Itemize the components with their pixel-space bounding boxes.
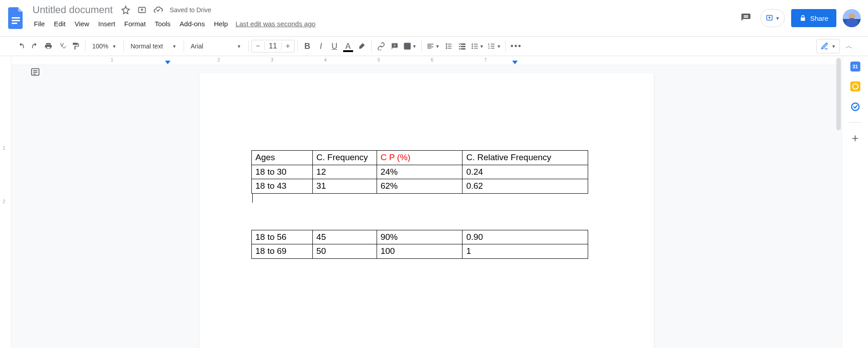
left-indent-marker[interactable] <box>165 61 170 64</box>
header-ages[interactable]: Ages <box>252 151 313 165</box>
cell-cp[interactable]: 90% <box>377 230 462 244</box>
text-cursor <box>252 194 253 203</box>
cloud-saved-icon[interactable] <box>152 4 164 16</box>
docs-header: Untitled document Saved to Drive File Ed… <box>0 0 868 36</box>
font-size-input[interactable]: 11 <box>264 42 282 50</box>
last-edit-link[interactable]: Last edit was seconds ago <box>236 20 316 28</box>
print-button[interactable] <box>42 39 55 53</box>
docs-home-icon[interactable] <box>7 6 25 30</box>
cell-cfreq[interactable]: 50 <box>312 244 377 259</box>
move-icon[interactable] <box>136 4 148 16</box>
cell-crel[interactable]: 0.90 <box>462 230 588 244</box>
h-ruler-tick: 5 <box>377 57 380 62</box>
menu-format[interactable]: Format <box>120 17 150 30</box>
insert-link-button[interactable] <box>374 39 388 53</box>
italic-button[interactable]: I <box>314 39 328 53</box>
font-size-decrease[interactable]: − <box>252 42 264 50</box>
menu-edit[interactable]: Edit <box>50 17 70 30</box>
insert-image-button[interactable]: ▼ <box>401 39 419 53</box>
table-row[interactable]: 18 to 56 45 90% 0.90 <box>252 230 588 244</box>
svg-point-7 <box>472 43 473 45</box>
star-icon[interactable] <box>120 4 132 16</box>
menu-insert[interactable]: Insert <box>94 17 119 30</box>
menu-bar: File Edit View Insert Format Tools Add-o… <box>30 17 738 30</box>
cell-ages[interactable]: 18 to 56 <box>252 230 313 244</box>
v-ruler-tick: 1 <box>3 146 5 151</box>
show-outline-button[interactable] <box>30 67 40 77</box>
cell-cfreq[interactable]: 31 <box>312 179 377 194</box>
document-page[interactable]: Ages C. Frequency C P (%) C. Relative Fr… <box>199 73 654 348</box>
h-ruler-tick: 2 <box>217 57 220 62</box>
add-comment-button[interactable] <box>388 39 401 53</box>
font-size-increase[interactable]: + <box>282 42 294 50</box>
cell-cp[interactable]: 100 <box>377 244 462 259</box>
editing-mode-button[interactable]: ▼ <box>816 39 840 53</box>
vertical-ruler[interactable]: 1 2 <box>0 56 11 348</box>
highlight-button[interactable] <box>355 39 368 53</box>
table-row[interactable]: 18 to 43 31 62% 0.62 <box>252 179 588 194</box>
text-color-button[interactable]: A <box>341 39 355 53</box>
menu-file[interactable]: File <box>30 17 49 30</box>
svg-point-6 <box>405 44 406 46</box>
open-comments-button[interactable] <box>738 10 754 26</box>
cell-cfreq[interactable]: 12 <box>312 165 377 179</box>
menu-addons[interactable]: Add-ons <box>175 17 209 30</box>
menu-help[interactable]: Help <box>210 17 232 30</box>
doc-table-2[interactable]: 18 to 56 45 90% 0.90 18 to 69 50 100 1 <box>251 230 588 259</box>
more-tools-button[interactable]: ••• <box>509 39 524 53</box>
side-panel: 31 + <box>842 56 868 348</box>
h-ruler-tick: 1 <box>111 57 113 62</box>
table-row[interactable]: 18 to 69 50 100 1 <box>252 244 588 259</box>
zoom-dropdown[interactable]: 100%▼ <box>88 39 121 53</box>
menu-view[interactable]: View <box>71 17 93 30</box>
account-avatar[interactable] <box>843 9 861 27</box>
cell-crel[interactable]: 0.62 <box>462 179 588 194</box>
header-crel[interactable]: C. Relative Frequency <box>462 151 588 165</box>
paint-format-button[interactable] <box>69 39 82 53</box>
bold-button[interactable]: B <box>301 39 314 53</box>
present-button[interactable]: ▼ <box>760 9 785 27</box>
cell-ages[interactable]: 18 to 43 <box>252 179 313 194</box>
keep-addon-icon[interactable] <box>850 81 860 91</box>
h-ruler-tick: 7 <box>484 57 487 62</box>
h-ruler-tick: 3 <box>271 57 274 62</box>
numbered-list-button[interactable]: ▼ <box>486 39 503 53</box>
table-header-row[interactable]: Ages C. Frequency C P (%) C. Relative Fr… <box>252 151 588 165</box>
doc-table-1[interactable]: Ages C. Frequency C P (%) C. Relative Fr… <box>251 150 588 194</box>
v-ruler-tick: 2 <box>3 199 5 204</box>
table-row[interactable]: 18 to 30 12 24% 0.24 <box>252 165 588 179</box>
undo-button[interactable] <box>14 39 28 53</box>
header-cp[interactable]: C P (%) <box>377 151 462 165</box>
horizontal-ruler[interactable]: 1 2 3 4 5 6 7 <box>11 56 842 65</box>
share-button[interactable]: Share <box>791 9 836 27</box>
svg-rect-1 <box>12 20 20 21</box>
right-indent-marker[interactable] <box>512 61 518 64</box>
get-addons-button[interactable]: + <box>850 133 861 143</box>
bulleted-list-button[interactable]: ▼ <box>469 39 486 53</box>
cell-cfreq[interactable]: 45 <box>312 230 377 244</box>
header-cfreq[interactable]: C. Frequency <box>312 151 377 165</box>
hide-menus-button[interactable]: ︿ <box>843 39 855 54</box>
cell-cp[interactable]: 24% <box>377 165 462 179</box>
document-title-input[interactable]: Untitled document <box>30 3 115 17</box>
font-dropdown[interactable]: Arial▼ <box>187 39 245 53</box>
line-spacing-button[interactable] <box>442 39 455 53</box>
styles-dropdown[interactable]: Normal text▼ <box>127 39 181 53</box>
spellcheck-button[interactable] <box>55 39 69 53</box>
cell-crel[interactable]: 0.24 <box>462 165 588 179</box>
side-panel-divider <box>849 122 862 123</box>
cell-crel[interactable]: 1 <box>462 244 588 259</box>
cell-ages[interactable]: 18 to 30 <box>252 165 313 179</box>
cell-ages[interactable]: 18 to 69 <box>252 244 313 259</box>
tasks-addon-icon[interactable] <box>850 101 861 112</box>
align-button[interactable]: ▼ <box>425 39 442 53</box>
underline-button[interactable]: U <box>328 39 341 53</box>
document-canvas[interactable]: 1 2 3 4 5 6 7 Ages C. Frequency C P (%) … <box>11 56 842 348</box>
redo-button[interactable] <box>28 39 42 53</box>
checklist-button[interactable] <box>455 39 469 53</box>
cell-cp[interactable]: 62% <box>377 179 462 194</box>
toolbar: 100%▼ Normal text▼ Arial▼ − 11 + B I U A… <box>0 36 868 56</box>
menu-tools[interactable]: Tools <box>151 17 175 30</box>
vertical-scrollbar[interactable] <box>836 58 841 130</box>
calendar-addon-icon[interactable]: 31 <box>850 62 860 72</box>
